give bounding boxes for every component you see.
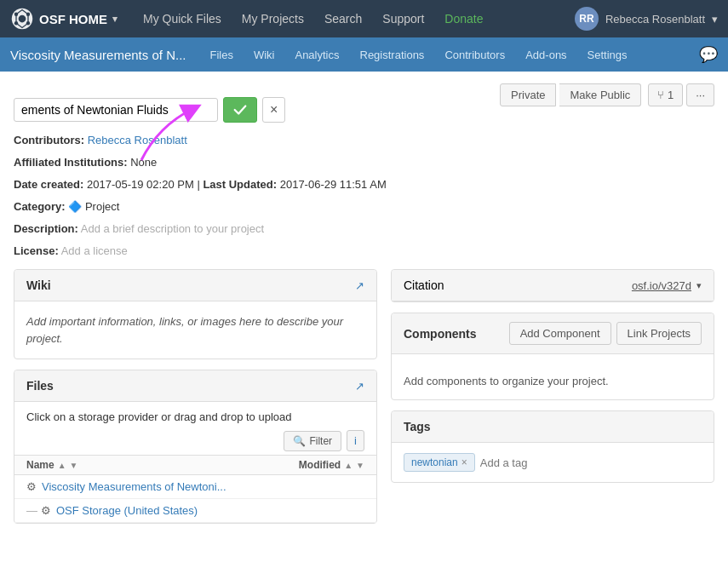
filter-button[interactable]: 🔍 Filter xyxy=(284,431,341,451)
two-col-layout: Wiki ↗ Add important information, links,… xyxy=(14,269,714,524)
storage-link[interactable]: OSF Storage (United States) xyxy=(56,504,364,517)
tag-remove-button[interactable]: × xyxy=(461,456,467,468)
title-edit-row: × xyxy=(14,83,285,129)
confirm-title-button[interactable] xyxy=(223,97,257,123)
description-row: Description: Add a brief description to … xyxy=(14,218,714,240)
contributors-link[interactable]: Rebecca Rosenblatt xyxy=(88,134,187,146)
citation-panel: Citation osf.io/v327d ▾ xyxy=(391,269,714,302)
components-panel-title: Components xyxy=(404,327,477,341)
citation-dropdown-icon[interactable]: ▾ xyxy=(696,280,702,291)
add-component-button[interactable]: Add Component xyxy=(509,322,611,345)
svg-point-1 xyxy=(19,15,26,23)
license-label: License: xyxy=(14,244,59,257)
components-panel: Components Add Component Link Projects A… xyxy=(391,313,714,400)
action-row: Private Make Public ⑂ 1 ··· xyxy=(500,83,714,106)
private-button[interactable]: Private xyxy=(500,83,556,106)
chat-icon[interactable]: 💬 xyxy=(699,45,718,64)
modified-sort-desc-icon[interactable]: ▼ xyxy=(356,461,364,470)
nav-donate[interactable]: Donate xyxy=(436,9,491,29)
name-sort-asc-icon[interactable]: ▲ xyxy=(58,461,66,470)
modified-sort-asc-icon[interactable]: ▲ xyxy=(344,461,353,470)
citation-panel-title: Citation xyxy=(404,278,444,292)
components-buttons: Add Component Link Projects xyxy=(509,322,702,345)
tag-input[interactable] xyxy=(480,456,623,469)
files-panel-title: Files xyxy=(26,379,54,393)
tag-label: newtonian xyxy=(411,456,458,468)
affiliated-label: Affiliated Institutions: xyxy=(14,156,128,169)
table-row[interactable]: ⚙ Viscosity Measurements of Newtoni... xyxy=(14,475,376,499)
components-panel-body: Add components to organize your project. xyxy=(392,354,714,399)
user-name: Rebecca Rosenblatt xyxy=(605,13,705,26)
contributors-row: Contributors: Rebecca Rosenblatt xyxy=(14,129,714,152)
wiki-panel-title: Wiki xyxy=(26,278,51,292)
avatar: RR xyxy=(575,7,599,31)
wiki-panel-header: Wiki ↗ xyxy=(14,270,376,301)
files-upload-hint: Click on a storage provider or drag and … xyxy=(14,402,376,427)
last-updated-label: Last Updated: xyxy=(203,178,277,191)
description-value: Add a brief description to your project xyxy=(81,222,264,235)
files-external-link-icon[interactable]: ↗ xyxy=(355,380,364,393)
subnav-contributors[interactable]: Contributors xyxy=(434,37,515,72)
wiki-external-link-icon[interactable]: ↗ xyxy=(355,279,364,292)
components-empty-text: Add components to organize your project. xyxy=(404,375,702,387)
cancel-title-button[interactable]: × xyxy=(262,97,285,123)
citation-panel-header: Citation osf.io/v327d ▾ xyxy=(392,270,714,301)
wiki-panel-body: Add important information, links, or ima… xyxy=(14,301,376,359)
contributors-label: Contributors: xyxy=(14,134,84,146)
nav-my-quick-files[interactable]: My Quick Files xyxy=(135,9,230,29)
table-row[interactable]: — ⚙ OSF Storage (United States) xyxy=(14,499,376,523)
forks-button[interactable]: ⑂ 1 xyxy=(648,83,683,106)
tags-panel-header: Tags xyxy=(392,411,714,443)
description-label: Description: xyxy=(14,222,78,235)
user-menu[interactable]: RR Rebecca Rosenblatt ▾ xyxy=(575,7,718,31)
dash-icon: — xyxy=(26,504,37,517)
top-nav-links: My Quick Files My Projects Search Suppor… xyxy=(135,9,575,29)
brand-logo[interactable]: OSF HOME ▾ xyxy=(10,7,118,31)
affiliated-value: None xyxy=(130,156,157,169)
more-actions-button[interactable]: ··· xyxy=(686,83,714,106)
subnav-settings[interactable]: Settings xyxy=(577,37,638,72)
file-link[interactable]: Viscosity Measurements of Newtoni... xyxy=(42,480,364,493)
top-nav: OSF HOME ▾ My Quick Files My Projects Se… xyxy=(0,0,728,37)
name-sort-desc-icon[interactable]: ▼ xyxy=(70,461,78,470)
components-panel-header: Components Add Component Link Projects xyxy=(392,313,714,354)
title-section: × Private Make Public ⑂ 1 ··· xyxy=(14,72,714,129)
files-panel: Files ↗ Click on a storage provider or d… xyxy=(14,370,377,524)
brand-dropdown-icon[interactable]: ▾ xyxy=(112,14,118,25)
page-content: × Private Make Public ⑂ 1 ··· xyxy=(0,72,728,537)
nav-search[interactable]: Search xyxy=(316,9,370,29)
subnav-analytics[interactable]: Analytics xyxy=(284,37,349,72)
subnav-wiki[interactable]: Wiki xyxy=(244,37,285,72)
files-toolbar: 🔍 Filter i xyxy=(14,427,376,455)
info-button[interactable]: i xyxy=(347,430,364,451)
svg-point-5 xyxy=(26,21,30,25)
nav-my-projects[interactable]: My Projects xyxy=(233,9,312,29)
filter-icon: 🔍 xyxy=(293,435,306,447)
fork-icon: ⑂ xyxy=(657,89,668,101)
citation-link-row: osf.io/v327d ▾ xyxy=(632,279,702,292)
date-created: 2017-05-19 02:20 PM xyxy=(87,178,194,191)
tag-newtonian: newtonian × xyxy=(404,453,475,472)
subnav-files[interactable]: Files xyxy=(199,37,243,72)
right-column: Citation osf.io/v327d ▾ Components Add C… xyxy=(391,269,714,524)
svg-point-4 xyxy=(14,21,18,25)
osf-logo-icon xyxy=(10,7,34,31)
category-label: Category: xyxy=(14,200,66,213)
files-col-modified-header: Modified ▲ ▼ xyxy=(245,459,364,471)
tags-panel-title: Tags xyxy=(404,420,431,433)
link-projects-button[interactable]: Link Projects xyxy=(616,322,702,345)
citation-link[interactable]: osf.io/v327d xyxy=(632,279,691,292)
storage-icon: ⚙ xyxy=(41,504,51,517)
subnav-addons[interactable]: Add-ons xyxy=(515,37,576,72)
files-panel-header: Files ↗ xyxy=(14,370,376,402)
file-icon: ⚙ xyxy=(26,480,37,493)
category-value: Project xyxy=(85,200,119,213)
nav-support[interactable]: Support xyxy=(374,9,433,29)
category-icon: 🔷 xyxy=(68,200,85,213)
subnav-registrations[interactable]: Registrations xyxy=(350,37,435,72)
dates-row: Date created: 2017-05-19 02:20 PM | Last… xyxy=(14,174,714,196)
make-public-button[interactable]: Make Public xyxy=(559,83,641,106)
title-input[interactable] xyxy=(14,98,218,122)
last-updated: 2017-06-29 11:51 AM xyxy=(280,178,387,191)
user-dropdown-icon: ▾ xyxy=(712,13,718,26)
